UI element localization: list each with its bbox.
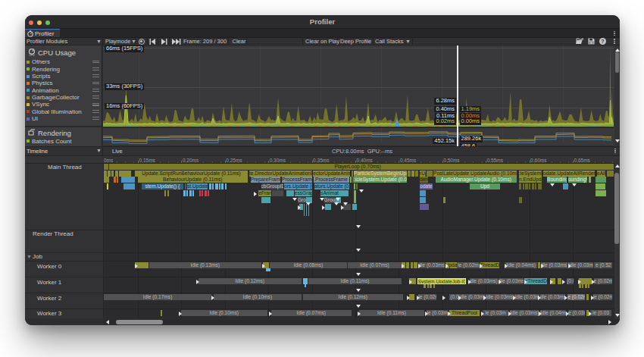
svg-text:?: ?	[601, 39, 604, 44]
svg-text:CPU: CPU	[29, 54, 35, 56]
